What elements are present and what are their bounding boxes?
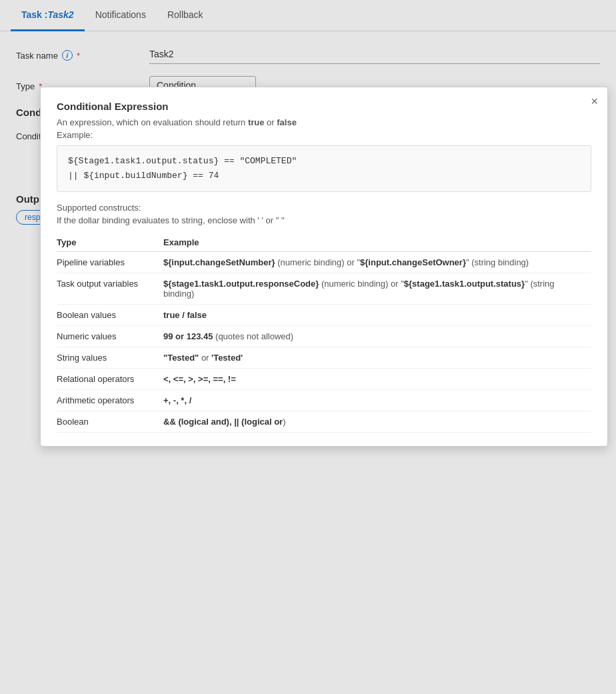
constructs-table: Type Example Pipeline variables${input.c… xyxy=(57,233,591,433)
table-row: Numeric values99 or 123.45 (quotes not a… xyxy=(57,326,591,347)
row-example: ${stage1.task1.output.responseCode} (num… xyxy=(163,273,591,305)
table-row: String values"Tested" or 'Tested' xyxy=(57,347,591,369)
row-type: Arithmetic operators xyxy=(57,390,163,411)
supported-constructs-label: Supported constructs: xyxy=(57,203,591,213)
row-type: Boolean values xyxy=(57,305,163,326)
row-type: Relational operators xyxy=(57,369,163,390)
conditional-expression-panel: × Conditional Expression An expression, … xyxy=(40,87,608,447)
table-row: Arithmetic operators+, -, *, / xyxy=(57,390,591,411)
row-example: true / false xyxy=(163,305,591,326)
close-button[interactable]: × xyxy=(591,95,598,107)
panel-subtitle: An expression, which on evaluation shoul… xyxy=(57,117,591,127)
row-example: <, <=, >, >=, ==, != xyxy=(163,369,591,390)
col-example-header: Example xyxy=(163,233,591,252)
row-example: && (logical and), || (logical or) xyxy=(163,411,591,433)
row-type: Numeric values xyxy=(57,326,163,347)
subtitle-false: false xyxy=(277,117,297,127)
table-row: Pipeline variables${input.changeSetNumbe… xyxy=(57,252,591,273)
page-container: Task :Task2 Notifications Rollback Task … xyxy=(0,0,616,694)
table-row: Boolean valuestrue / false xyxy=(57,305,591,326)
code-line-2: || ${input.buildNumber} == 74 xyxy=(68,169,580,183)
code-block: ${Stage1.task1.output.status} == "COMPLE… xyxy=(57,145,591,192)
row-type: String values xyxy=(57,347,163,369)
subtitle-text: An expression, which on evaluation shoul… xyxy=(57,117,248,127)
code-line-1: ${Stage1.task1.output.status} == "COMPLE… xyxy=(68,154,580,169)
row-example: +, -, *, / xyxy=(163,390,591,411)
row-type: Pipeline variables xyxy=(57,252,163,273)
table-row: Boolean&& (logical and), || (logical or) xyxy=(57,411,591,433)
row-example: ${input.changeSetNumber} (numeric bindin… xyxy=(163,252,591,273)
col-type-header: Type xyxy=(57,233,163,252)
table-row: Task output variables${stage1.task1.outp… xyxy=(57,273,591,305)
table-row: Relational operators<, <=, >, >=, ==, != xyxy=(57,369,591,390)
subtitle-or: or xyxy=(264,117,277,127)
panel-title: Conditional Expression xyxy=(57,101,591,112)
subtitle-true: true xyxy=(248,117,265,127)
row-type: Task output variables xyxy=(57,273,163,305)
tooltip-note: If the dollar binding evaluates to strin… xyxy=(57,215,591,225)
row-type: Boolean xyxy=(57,411,163,433)
example-label: Example: xyxy=(57,130,591,140)
row-example: 99 or 123.45 (quotes not allowed) xyxy=(163,326,591,347)
row-example: "Tested" or 'Tested' xyxy=(163,347,591,369)
